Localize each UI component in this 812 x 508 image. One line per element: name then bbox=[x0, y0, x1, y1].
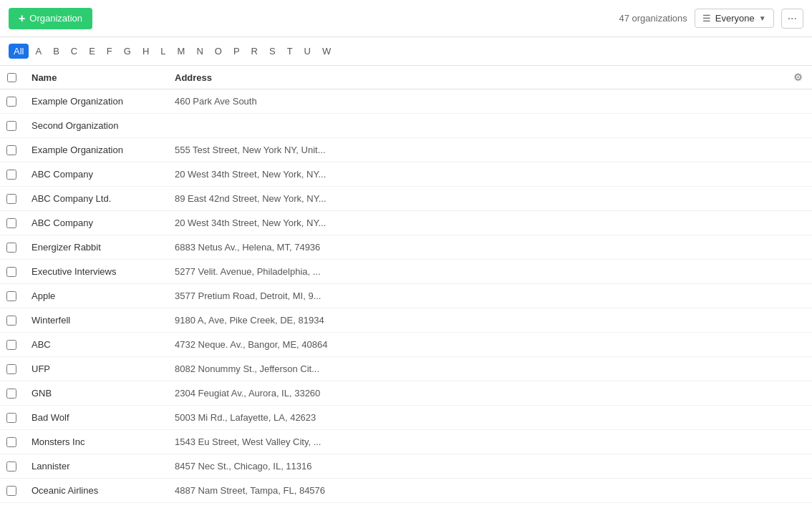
more-options-button[interactable]: ··· bbox=[781, 9, 803, 29]
alpha-btn-c[interactable]: C bbox=[66, 44, 82, 59]
row-checkbox[interactable] bbox=[6, 218, 16, 228]
row-checkbox-cell[interactable] bbox=[0, 114, 23, 138]
org-name: ABC Company bbox=[32, 218, 93, 228]
row-settings-cell bbox=[783, 503, 812, 509]
row-checkbox[interactable] bbox=[6, 121, 16, 131]
row-checkbox-cell[interactable] bbox=[0, 260, 23, 284]
add-org-label: Organization bbox=[29, 13, 82, 24]
org-address-cell: 5003 Mi Rd., Lafayette, LA, 42623 bbox=[166, 406, 336, 430]
empty-cell bbox=[336, 235, 783, 260]
row-checkbox[interactable] bbox=[6, 194, 16, 204]
org-name: Apple bbox=[32, 290, 55, 301]
row-checkbox-cell[interactable] bbox=[0, 381, 23, 406]
alpha-btn-w[interactable]: W bbox=[317, 44, 336, 59]
select-all-header[interactable] bbox=[0, 66, 23, 89]
row-checkbox[interactable] bbox=[6, 413, 16, 423]
org-address: 4887 Nam Street, Tampa, FL, 84576 bbox=[175, 485, 325, 496]
table-row: Executive Interviews5277 Velit. Avenue, … bbox=[0, 260, 812, 284]
org-address-cell: 2304 Feugiat Av., Aurora, IL, 33260 bbox=[166, 381, 336, 406]
row-checkbox-cell[interactable] bbox=[0, 284, 23, 308]
settings-icon[interactable]: ⚙ bbox=[793, 72, 803, 83]
org-address-cell: 3118 3rd Street, Santa Monica, CA... bbox=[166, 503, 336, 509]
row-checkbox-cell[interactable] bbox=[0, 138, 23, 162]
row-checkbox-cell[interactable] bbox=[0, 357, 23, 381]
alpha-btn-o[interactable]: O bbox=[210, 44, 227, 59]
row-checkbox-cell[interactable] bbox=[0, 430, 23, 454]
row-checkbox-cell[interactable] bbox=[0, 503, 23, 509]
top-bar-left: + Organization bbox=[9, 8, 92, 29]
row-checkbox-cell[interactable] bbox=[0, 479, 23, 503]
org-name-cell: Executive Interviews bbox=[23, 260, 166, 284]
alpha-btn-u[interactable]: U bbox=[299, 44, 316, 59]
table-container[interactable]: Name Address ⚙ Example Organization460 P… bbox=[0, 66, 812, 508]
org-name: Winterfell bbox=[32, 315, 70, 326]
org-address: 4732 Neque. Av., Bangor, ME, 40864 bbox=[175, 339, 327, 350]
table-row: ABC4732 Neque. Av., Bangor, ME, 40864 bbox=[0, 333, 812, 357]
empty-cell bbox=[336, 381, 783, 406]
row-checkbox[interactable] bbox=[6, 316, 16, 326]
row-checkbox[interactable] bbox=[6, 243, 16, 253]
row-checkbox-cell[interactable] bbox=[0, 162, 23, 187]
row-checkbox[interactable] bbox=[6, 461, 16, 472]
top-bar: + Organization 47 organizations ☰ Everyo… bbox=[0, 0, 812, 37]
row-checkbox[interactable] bbox=[6, 267, 16, 277]
row-checkbox[interactable] bbox=[6, 291, 16, 301]
empty-cell bbox=[336, 406, 783, 430]
row-checkbox-cell[interactable] bbox=[0, 211, 23, 235]
row-checkbox-cell[interactable] bbox=[0, 235, 23, 260]
alpha-btn-f[interactable]: F bbox=[102, 44, 117, 59]
everyone-filter-button[interactable]: ☰ Everyone ▼ bbox=[695, 9, 774, 28]
top-bar-right: 47 organizations ☰ Everyone ▼ ··· bbox=[619, 9, 803, 29]
org-name-cell: ABC Company bbox=[23, 162, 166, 187]
alpha-btn-e[interactable]: E bbox=[84, 44, 100, 59]
org-address: 5003 Mi Rd., Lafayette, LA, 42623 bbox=[175, 412, 316, 423]
alpha-btn-all[interactable]: All bbox=[9, 44, 29, 59]
add-organization-button[interactable]: + Organization bbox=[9, 8, 92, 29]
alpha-btn-m[interactable]: M bbox=[173, 44, 190, 59]
alpha-btn-n[interactable]: N bbox=[191, 44, 208, 59]
row-checkbox[interactable] bbox=[6, 340, 16, 350]
row-checkbox-cell[interactable] bbox=[0, 333, 23, 357]
table-row: Example Organization555 Test Street, New… bbox=[0, 138, 812, 162]
org-address-cell: 20 West 34th Street, New York, NY... bbox=[166, 211, 336, 235]
table-row: Bad Wolf5003 Mi Rd., Lafayette, LA, 4262… bbox=[0, 406, 812, 430]
settings-column-header[interactable]: ⚙ bbox=[783, 66, 812, 89]
row-settings-cell bbox=[783, 333, 812, 357]
alpha-btn-s[interactable]: S bbox=[264, 44, 281, 59]
org-address-cell: 5277 Velit. Avenue, Philadelphia, ... bbox=[166, 260, 336, 284]
table-row: Winterfell9180 A, Ave, Pike Creek, DE, 8… bbox=[0, 308, 812, 333]
row-checkbox[interactable] bbox=[6, 145, 16, 155]
row-checkbox[interactable] bbox=[6, 170, 16, 180]
row-checkbox-cell[interactable] bbox=[0, 89, 23, 114]
alpha-btn-p[interactable]: P bbox=[228, 44, 245, 59]
org-address-cell: 9180 A, Ave, Pike Creek, DE, 81934 bbox=[166, 308, 336, 333]
row-checkbox[interactable] bbox=[6, 389, 16, 399]
row-checkbox-cell[interactable] bbox=[0, 406, 23, 430]
org-address-cell: 20 West 34th Street, New York, NY... bbox=[166, 162, 336, 187]
org-address-cell: 460 Park Ave South bbox=[166, 89, 336, 114]
alpha-btn-l[interactable]: L bbox=[155, 44, 170, 59]
table-row: Oceanic Airlines4887 Nam Street, Tampa, … bbox=[0, 479, 812, 503]
row-checkbox[interactable] bbox=[6, 486, 16, 496]
row-checkbox[interactable] bbox=[6, 437, 16, 447]
org-name-cell: Second Organization bbox=[23, 114, 166, 138]
select-all-checkbox[interactable] bbox=[7, 73, 16, 82]
alpha-btn-h[interactable]: H bbox=[137, 44, 154, 59]
org-name-cell: ABC bbox=[23, 333, 166, 357]
alpha-btn-a[interactable]: A bbox=[30, 44, 47, 59]
alpha-btn-g[interactable]: G bbox=[119, 44, 136, 59]
table-row: Apple3577 Pretium Road, Detroit, MI, 9..… bbox=[0, 284, 812, 308]
row-checkbox-cell[interactable] bbox=[0, 454, 23, 479]
row-checkbox-cell[interactable] bbox=[0, 187, 23, 211]
alpha-btn-b[interactable]: B bbox=[48, 44, 64, 59]
row-checkbox-cell[interactable] bbox=[0, 308, 23, 333]
row-settings-cell bbox=[783, 406, 812, 430]
plus-icon: + bbox=[19, 13, 25, 24]
alpha-btn-r[interactable]: R bbox=[246, 44, 263, 59]
row-checkbox[interactable] bbox=[6, 97, 16, 107]
org-address-cell: 8082 Nonummy St., Jefferson Cit... bbox=[166, 357, 336, 381]
row-settings-cell bbox=[783, 211, 812, 235]
row-checkbox[interactable] bbox=[6, 364, 16, 374]
org-address: 89 East 42nd Street, New York, NY... bbox=[175, 193, 327, 204]
alpha-btn-t[interactable]: T bbox=[282, 44, 298, 59]
